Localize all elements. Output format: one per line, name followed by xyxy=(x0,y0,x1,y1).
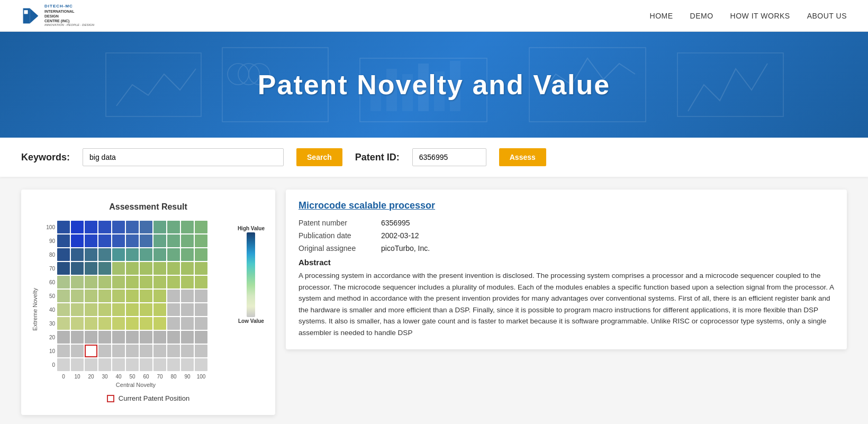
grid-cell xyxy=(57,234,70,247)
detail-title[interactable]: Microcode scalable processor xyxy=(299,200,834,211)
grid-cell xyxy=(153,234,166,247)
y-tick-label: 70 xyxy=(42,266,55,272)
grid-cell xyxy=(181,303,194,316)
nav-how-it-works[interactable]: HOW IT WORKS xyxy=(730,12,790,20)
grid-cell xyxy=(153,290,166,302)
grid-cells-row xyxy=(57,331,207,344)
grid-cell xyxy=(195,276,207,288)
grid-cell xyxy=(85,331,97,344)
grid-row: 10 xyxy=(42,344,229,358)
grid-cell xyxy=(112,276,125,288)
grid-cell xyxy=(126,276,139,288)
grid-cells-row xyxy=(57,345,207,357)
patent-id-input[interactable] xyxy=(412,148,486,166)
grid-cell xyxy=(85,317,97,330)
grid-cell xyxy=(98,234,111,247)
y-tick-label: 40 xyxy=(42,307,55,313)
grid-row: 0 xyxy=(42,358,229,372)
grid-cell xyxy=(98,221,111,233)
y-tick-label: 20 xyxy=(42,335,55,340)
grid-cell xyxy=(195,248,207,261)
grid-cells-row xyxy=(57,358,207,371)
grid-cell xyxy=(71,358,84,371)
grid-cell xyxy=(167,317,180,330)
grid-cell xyxy=(195,358,207,371)
grid-cell xyxy=(98,290,111,302)
grid-cell xyxy=(195,317,207,330)
grid-cell xyxy=(85,358,97,371)
grid-cell xyxy=(181,358,194,371)
svg-rect-3 xyxy=(24,10,28,14)
y-tick-label: 60 xyxy=(42,279,55,285)
abstract-title: Abstract xyxy=(299,258,834,267)
grid-cell xyxy=(126,262,139,275)
grid-cell xyxy=(98,303,111,316)
grid-cell xyxy=(181,262,194,275)
x-tick-label: 90 xyxy=(181,374,194,380)
grid-cell xyxy=(181,290,194,302)
grid-cell xyxy=(153,262,166,275)
y-tick-label: 80 xyxy=(42,252,55,258)
grid-cell xyxy=(57,221,70,233)
grid-row: 60 xyxy=(42,275,229,289)
grid-cell xyxy=(112,248,125,261)
y-tick-label: 90 xyxy=(42,238,55,244)
grid-cell xyxy=(85,234,97,247)
grid-cell xyxy=(112,262,125,275)
grid-cell xyxy=(153,345,166,357)
grid-cell xyxy=(71,345,84,357)
grid-cell xyxy=(71,331,84,344)
x-tick-label: 40 xyxy=(112,374,125,380)
grid-cell xyxy=(140,358,152,371)
y-axis-label: Extreme Novelty xyxy=(32,277,38,331)
grid-cell xyxy=(195,262,207,275)
nav-demo[interactable]: DEMO xyxy=(690,12,713,20)
patent-number-value: 6356995 xyxy=(381,219,410,227)
x-axis-label: Central Novelty xyxy=(42,382,229,388)
x-tick-label: 70 xyxy=(153,374,166,380)
grid-cell xyxy=(140,303,152,316)
grid-cell xyxy=(57,358,70,371)
grid-cells-row xyxy=(57,317,207,330)
grid-cell xyxy=(195,290,207,302)
grid-cell xyxy=(181,331,194,344)
grid-cell xyxy=(71,221,84,233)
grid-cell xyxy=(140,290,152,302)
assess-button[interactable]: Assess xyxy=(499,148,546,166)
detail-card[interactable]: Microcode scalable processor Patent numb… xyxy=(286,190,847,349)
grid-cell xyxy=(167,262,180,275)
search-button[interactable]: Search xyxy=(296,148,342,166)
legend-gradient xyxy=(247,232,255,317)
grid-cell xyxy=(195,234,207,247)
grid-cell xyxy=(126,234,139,247)
nav-home[interactable]: HOME xyxy=(650,12,673,20)
grid-cell xyxy=(85,276,97,288)
grid-cells-row xyxy=(57,248,207,261)
chart-card: Assessment Result Extreme Novelty 100908… xyxy=(21,190,275,415)
chart-grid: 1009080706050403020100 xyxy=(42,220,229,372)
nav-about-us[interactable]: ABOUT US xyxy=(807,12,847,20)
y-tick-label: 30 xyxy=(42,321,55,327)
grid-cell xyxy=(153,276,166,288)
grid-row: 90 xyxy=(42,234,229,248)
grid-cells-row xyxy=(57,221,207,233)
grid-cell xyxy=(153,331,166,344)
keywords-label: Keywords: xyxy=(21,152,70,163)
grid-cell xyxy=(126,303,139,316)
grid-cell xyxy=(98,345,111,357)
header: DITECH-MC INTERNATIONAL DESIGN CENTRE (I… xyxy=(0,0,868,32)
grid-cell xyxy=(57,303,70,316)
patent-number-field: Patent number xyxy=(299,219,373,227)
grid-cells-row xyxy=(57,303,207,316)
grid-cell xyxy=(126,345,139,357)
grid-cells-row xyxy=(57,290,207,302)
grid-cell xyxy=(140,331,152,344)
grid-cell xyxy=(181,276,194,288)
search-row: Keywords: Search Patent ID: Assess xyxy=(0,138,868,177)
chart-footer: Current Patent Position xyxy=(32,394,265,402)
grid-cell xyxy=(167,358,180,371)
grid-cell xyxy=(153,221,166,233)
chart-area: Extreme Novelty 1009080706050403020100 0… xyxy=(32,220,265,388)
keywords-input[interactable] xyxy=(83,148,284,166)
grid-row: 30 xyxy=(42,317,229,330)
